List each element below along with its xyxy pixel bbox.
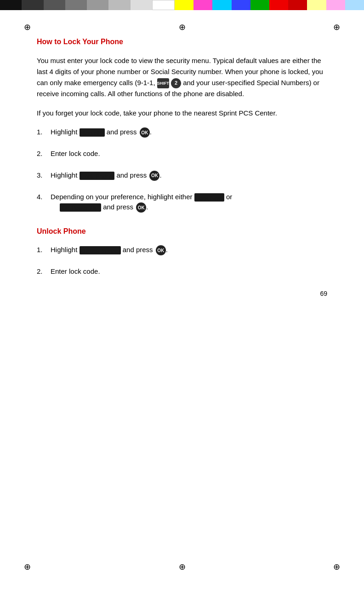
- ok-button-icon-1: OK: [140, 127, 150, 138]
- ok-button-icon-4: OK: [136, 202, 146, 213]
- lock-step-1: 1. Highlight Security and press OK.: [37, 127, 327, 138]
- unlock-step-2: 2. Enter lock code.: [37, 266, 327, 277]
- unlock-steps: 1. Highlight Unlock Phone and press OK. …: [37, 245, 327, 277]
- section1-para1: You must enter your lock code to view th…: [37, 55, 327, 99]
- page-number: 69: [320, 290, 327, 297]
- reg-mark-bottomcenter: ⊕: [179, 562, 186, 572]
- onpowerup-highlight: On Power-Up: [60, 203, 101, 212]
- ok-button-icon-3: OK: [149, 171, 159, 181]
- locknow-highlight: Lock Now: [194, 193, 224, 202]
- unlock-section: Unlock Phone 1. Highlight Unlock Phone a…: [37, 227, 327, 277]
- lock-step-3: 3. Highlight Lock Phone and press OK.: [37, 170, 327, 181]
- color-bar: [0, 0, 364, 10]
- ok-button-icon-u1: OK: [156, 245, 166, 255]
- unlock-step-1: 1. Highlight Unlock Phone and press OK.: [37, 245, 327, 255]
- shift-key-icon: SHIFT: [157, 78, 169, 88]
- reg-mark-bottomleft: ⊕: [24, 562, 31, 572]
- unlockphone-highlight: Unlock Phone: [80, 246, 121, 254]
- color-bar-left: [0, 0, 175, 10]
- lock-step-4: 4. Depending on your preference, highlig…: [37, 192, 327, 217]
- reg-mark-bottomright: ⊕: [333, 562, 340, 572]
- lockphone-highlight: Lock Phone: [80, 172, 115, 180]
- lock-steps: 1. Highlight Security and press OK. 2. E…: [37, 127, 327, 216]
- section1-para2: If you forget your lock code, take your …: [37, 108, 327, 119]
- page-content: How to Lock Your Phone You must enter yo…: [0, 10, 364, 316]
- section2-title: Unlock Phone: [37, 227, 327, 236]
- lock-step-2: 2. Enter lock code.: [37, 149, 327, 159]
- color-bar-right: [175, 0, 364, 10]
- security-highlight: Security: [80, 128, 105, 137]
- num2-key-icon: 2: [171, 78, 181, 88]
- section1-title: How to Lock Your Phone: [37, 38, 327, 46]
